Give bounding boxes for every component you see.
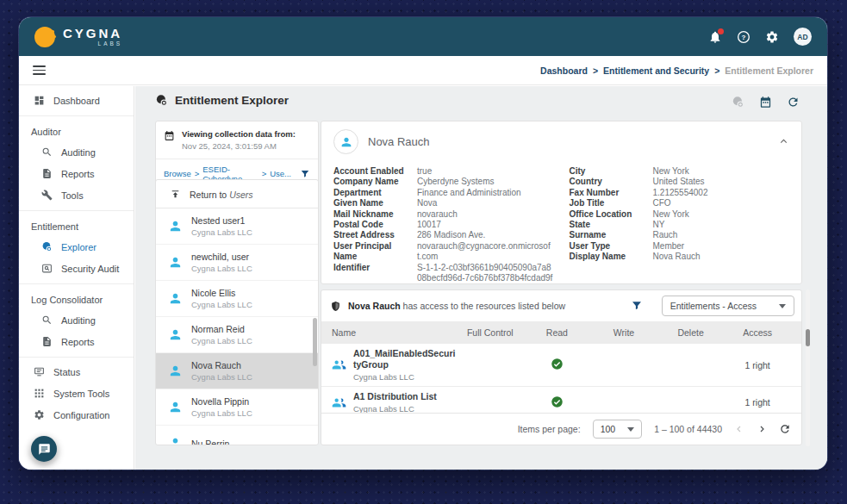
field-label: State	[570, 220, 653, 230]
items-per-page-label: Items per page:	[518, 424, 581, 434]
desktop-background: CYGNA LABS ? AD D	[0, 0, 847, 504]
detail-field-postal-code: Postal Code10017	[333, 220, 554, 230]
resource-name: A01_MailEnabledSecurityGroup	[353, 348, 457, 370]
sidebar-item-dashboard[interactable]: Dashboard	[19, 90, 134, 111]
sidebar-item-label: Security Audit	[61, 264, 119, 274]
check-circle-icon	[551, 395, 564, 410]
breadcrumb-separator: >	[593, 65, 598, 76]
field-label: Country	[570, 177, 653, 187]
resources-caption: has access to the resources listed below	[403, 301, 566, 311]
return-target: Users	[229, 190, 252, 200]
help-icon[interactable]: ?	[737, 30, 750, 44]
field-value: NY	[653, 220, 790, 230]
gear-icon	[34, 409, 45, 420]
user-list-item-newchild-user[interactable]: newchild, userCygna Labs LLC	[156, 245, 318, 281]
calendar-icon[interactable]	[759, 96, 772, 109]
sidebar-item-security-audit[interactable]: Security Audit	[19, 258, 134, 279]
resources-scrollbar[interactable]	[806, 289, 810, 446]
scrollbar-thumb[interactable]	[806, 329, 810, 346]
sidebar-item-reports[interactable]: Reports	[19, 331, 134, 352]
col-write: Write	[590, 327, 657, 338]
breadcrumb-separator: >	[714, 65, 719, 76]
logo-brand: CYGNA	[63, 27, 122, 40]
field-label: Job Title	[570, 198, 653, 208]
user-list-item-nicole-ellis[interactable]: Nicole EllisCygna Labs LLC	[156, 281, 318, 317]
user-org: Cygna Labs LLC	[191, 336, 252, 345]
sidebar-item-label: Tools	[61, 190, 84, 201]
user-avatar[interactable]: AD	[794, 28, 812, 46]
path-users-truncated[interactable]: Use...	[270, 169, 291, 178]
person-icon	[168, 364, 183, 378]
field-value: Rauch	[653, 230, 790, 240]
resources-table-header: Name Full Control Read Write Delete Acce…	[321, 321, 801, 344]
sidebar-item-reports[interactable]: Reports	[19, 163, 134, 184]
col-read: Read	[524, 327, 591, 338]
next-page-icon[interactable]	[757, 424, 767, 434]
sidebar-item-auditing[interactable]: Auditing	[19, 141, 134, 163]
field-value: 10017	[417, 220, 554, 230]
sidebar-item-system-tools[interactable]: System Tools	[19, 383, 134, 404]
refresh-icon[interactable]	[787, 96, 800, 109]
sidebar-item-status[interactable]: Status	[19, 361, 134, 383]
user-org: Cygna Labs LLC	[191, 300, 252, 309]
detail-field-office-location: Office LocationNew York	[570, 209, 790, 220]
sidebar-item-tools[interactable]: Tools	[19, 184, 134, 206]
gear-icon[interactable]	[765, 30, 779, 44]
previous-page-icon	[734, 424, 744, 434]
user-list-item-nested-user1[interactable]: Nested user1Cygna Labs LLC	[156, 208, 318, 245]
group-icon	[332, 358, 346, 372]
sidebar-section-header: Auditor	[19, 120, 134, 141]
filter-icon[interactable]	[300, 169, 310, 179]
sidebar-item-auditing[interactable]: Auditing	[19, 309, 134, 331]
user-list-item-norman-reid[interactable]: Norman ReidCygna Labs LLC	[156, 317, 318, 353]
user-list-item-nova-rauch[interactable]: Nova RauchCygna Labs LLC	[156, 353, 318, 389]
breadcrumb-dashboard[interactable]: Dashboard	[540, 65, 588, 76]
sidebar-section-header: Log Consolidator	[19, 288, 134, 309]
cell-read	[524, 395, 591, 410]
main-content: Entitlement Explorer	[135, 86, 827, 470]
group-icon	[332, 395, 346, 410]
chat-fab-button[interactable]	[31, 436, 57, 462]
user-list-scrollbar[interactable]	[313, 318, 317, 366]
entitlements-view-select[interactable]: Entitlements - Access	[662, 296, 794, 316]
field-value: United States	[653, 177, 790, 187]
return-to-users[interactable]: Return to Users	[156, 180, 318, 208]
status-icon	[34, 366, 45, 377]
sidebar-section: AuditorAuditingReportsTools	[19, 116, 134, 211]
user-list-item-novella-pippin[interactable]: Novella PippinCygna Labs LLC	[156, 389, 318, 426]
reload-icon[interactable]	[779, 423, 791, 435]
collapse-chevron-up-icon[interactable]	[778, 136, 789, 147]
page-size-select[interactable]: 100	[593, 420, 643, 439]
field-value: 286 Madison Ave.	[417, 230, 554, 240]
user-name: Norman Reid	[191, 324, 252, 334]
detail-field-user-principal-name: User Principal Namenovarauch@cygnacore.o…	[333, 241, 554, 263]
detail-field-fax-number: Fax Number1.2125554002	[570, 188, 790, 198]
detail-field-account-enabled: Account Enabledtrue	[333, 166, 554, 177]
notifications-bell-icon[interactable]	[708, 30, 722, 44]
detail-field-department: DepartmentFinance and Administration	[333, 188, 554, 198]
filter-icon[interactable]	[631, 300, 643, 312]
user-list-item-nu-perrin[interactable]: Nu Perrin	[156, 426, 318, 445]
field-value: New York	[653, 166, 790, 177]
pagination-bar: Items per page: 100 1 – 100 of 44430	[321, 413, 801, 445]
sidebar-item-explorer[interactable]: Explorer	[19, 236, 134, 258]
system-tools-icon	[34, 388, 45, 399]
breadcrumb-entitlement-and-security[interactable]: Entitlement and Security	[603, 65, 709, 76]
field-value: novarauch@cygnacore.onmicrosoft.com	[417, 241, 554, 263]
sidebar-item-label: Reports	[61, 337, 95, 347]
field-value: Nova	[417, 198, 554, 208]
details-fields-left: Account EnabledtrueCompany NameCyberdyne…	[333, 166, 554, 284]
resource-row-a01-mailenabledsecuritygroup[interactable]: A01_MailEnabledSecurityGroupCygna Labs L…	[321, 344, 801, 387]
report-icon	[41, 168, 53, 179]
resources-subject: Nova Rauch	[348, 301, 401, 311]
path-browse[interactable]: Browse	[164, 169, 191, 178]
sidebar-item-label: Explorer	[61, 242, 97, 252]
return-up-icon	[170, 189, 181, 200]
sidebar-item-configuration[interactable]: Configuration	[19, 404, 134, 426]
resource-row-a1-distribution-list[interactable]: A1 Distribution ListCygna Labs LLC1 righ…	[321, 387, 801, 413]
calendar-icon	[164, 129, 175, 152]
report-icon	[41, 336, 53, 347]
field-value: Cyberdyne Systems	[417, 177, 554, 187]
menu-toggle-icon[interactable]	[33, 65, 46, 75]
user-name: Nova Rauch	[191, 360, 252, 370]
